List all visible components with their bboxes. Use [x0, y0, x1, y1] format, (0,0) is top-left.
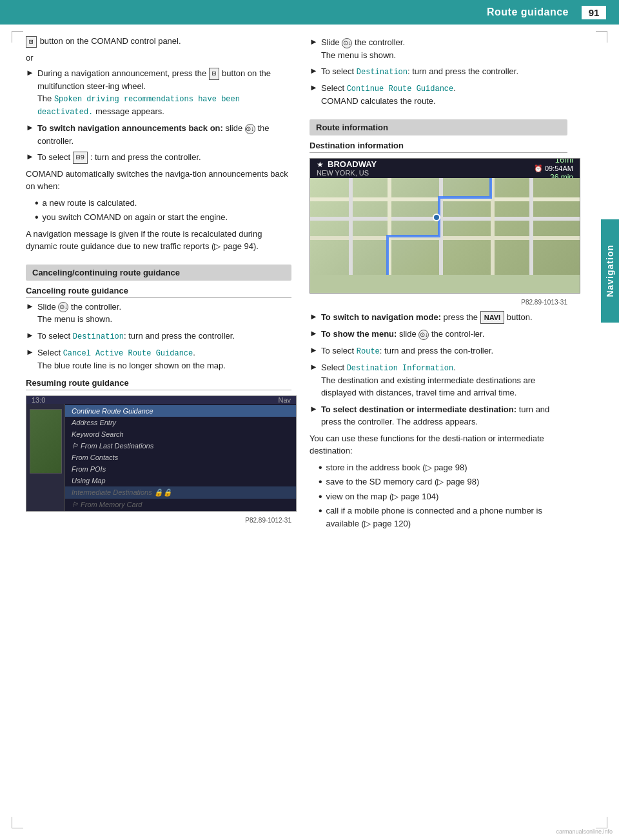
during-nav-text: During a navigation announcement, press …: [37, 67, 291, 118]
bullet-dot-1: •: [35, 197, 39, 209]
menu-item-continue: Continue Route Guidance: [65, 405, 296, 417]
nav-icon-small: ⊡9: [73, 152, 88, 163]
arrow-icon-1: ►: [26, 68, 34, 77]
right-dest-info-text: Select Destination Information. The dest…: [321, 361, 567, 399]
right-dest-text: To select Destination: turn and press th…: [321, 65, 567, 78]
right-show-menu: ► To show the menu: slide ⊙↓ the control…: [310, 328, 567, 341]
controller-icon-r2: ⊙↓: [418, 330, 429, 340]
cancel-arrow-1: ►: [26, 301, 34, 311]
comand-icon: ⊡: [26, 36, 37, 48]
bullet-dot-r3: •: [319, 490, 322, 503]
bullet-list-auto: • a new route is calculated. • you switc…: [35, 197, 291, 224]
left-col: ⊡ button on the COMAND control panel. or…: [0, 36, 303, 534]
right-select-dest-or-int: ► To select destination or intermediate …: [310, 403, 567, 428]
menu-screenshot-label: P82.89-1012-31: [26, 517, 291, 524]
right-mono-route: Route: [357, 347, 380, 356]
watermark: carmanualsonline.info: [556, 828, 613, 835]
navi-button: NAVI: [480, 311, 504, 325]
menu-right-list: Continue Route Guidance Address Entry Ke…: [65, 404, 296, 512]
right-mono-dest-info: Destination Information: [347, 364, 454, 373]
map-thumb: [30, 409, 62, 474]
or-text: or: [26, 52, 291, 65]
cancel-mono-cancel: Cancel Active Route Guidance: [63, 349, 193, 358]
content-wrapper: ⊡ button on the COMAND control panel. or…: [0, 25, 619, 534]
header-bar: Route guidance 91: [0, 0, 619, 25]
right-mono-dest: Destination: [357, 68, 408, 77]
bullet-item-1: • a new route is calculated.: [35, 197, 291, 210]
map-pin: [433, 214, 440, 221]
cancel-text-2: To select Destination: turn and press th…: [37, 330, 291, 343]
bullet-dot-r1: •: [319, 461, 322, 474]
map-star-icon: ★: [317, 160, 324, 169]
map-screenshot-label: P82.89-1013-31: [310, 299, 567, 306]
select-item: ► To select ⊡9 : turn and press the cont…: [26, 151, 291, 164]
switch-on-item: ► To switch navigation announcements bac…: [26, 122, 291, 147]
controller-scroll-icon: ⊙↓: [245, 124, 255, 134]
cancel-text-3: Select Cancel Active Route Guidance.The …: [37, 346, 291, 372]
right-menu-arrow: ►: [310, 328, 318, 338]
right-nav-mode-text: To switch to navigation mode: press the …: [321, 311, 567, 325]
intro-icon-line: ⊡ button on the COMAND control panel.: [26, 36, 291, 48]
right-arrow-1: ►: [310, 37, 318, 46]
map-time: ⏰ 09:54AM: [534, 165, 573, 173]
right-bullet-1: • store in the address book (▷ page 98): [319, 461, 567, 474]
right-bullet-3: • view on the map (▷ page 104): [319, 490, 567, 503]
cancel-section-header: Canceling/continuing route guidance: [26, 265, 291, 281]
map-area: [310, 178, 580, 275]
menu-top-nav: Nav: [278, 396, 291, 404]
cancel-mono-dest: Destination: [73, 332, 124, 341]
right-item-slide: ► Slide ⊙↓ the controller.The menu is sh…: [310, 36, 567, 61]
auto-switch-text: COMAND automatically switches the naviga…: [26, 168, 291, 193]
side-nav-label: Navigation: [605, 245, 615, 297]
multifunction-icon: ⊡: [209, 68, 220, 79]
right-mono-continue: Continue Route Guidance: [347, 85, 454, 94]
right-select-route: ► To select Route: turn and press the co…: [310, 345, 567, 357]
menu-screenshot-inner: 13:0 Nav Continue Route Guidance Address…: [26, 396, 296, 511]
right-dest-info-arrow: ►: [310, 362, 318, 372]
menu-item-contacts: From Contacts: [65, 452, 296, 463]
corner-mark-bl: [12, 817, 23, 828]
arrow-icon-2: ►: [26, 123, 34, 132]
menu-item-map: Using Map: [65, 475, 296, 486]
controller-icon-r1: ⊙↓: [342, 38, 352, 48]
map-dist: 16mi: [534, 158, 573, 165]
use-functions-text: You can use these functions for the dest…: [310, 432, 567, 457]
cancel-arrow-2: ►: [26, 330, 34, 340]
menu-item-intermediate: Intermediate Destinations 🔒🔒: [65, 486, 296, 499]
right-arrow-2: ►: [310, 66, 318, 75]
right-dest-int-text: To select destination or intermediate de…: [321, 403, 567, 428]
menu-top-left: 13:0: [32, 396, 45, 404]
menu-screenshot: 13:0 Nav Continue Route Guidance Address…: [26, 395, 297, 512]
bullet-item-2: • you switch COMAND on again or start th…: [35, 211, 291, 224]
menu-left-panel: [26, 404, 65, 512]
intro-text: button on the COMAND control panel.: [40, 36, 181, 46]
arrow-icon-3: ►: [26, 152, 34, 161]
right-col: ► Slide ⊙↓ the controller.The menu is sh…: [303, 36, 593, 534]
switch-on-label: To switch navigation announcements back …: [37, 123, 223, 133]
right-continue-text: Select Continue Route Guidance.COMAND ca…: [321, 82, 567, 108]
page-number: 91: [582, 6, 606, 19]
corner-mark-br: [596, 817, 607, 828]
dest-info-sub: Destination information: [310, 141, 567, 153]
during-nav-item: ► During a navigation announcement, pres…: [26, 67, 291, 118]
menu-item-address: Address Entry: [65, 417, 296, 428]
right-dest-int-arrow: ►: [310, 404, 318, 414]
right-select-route-text: To select Route: turn and press the con-…: [321, 345, 567, 357]
controller-icon-1: ⊙↓: [58, 302, 68, 312]
select-text: To select ⊡9 : turn and press the contro…: [37, 151, 291, 164]
route-info-header: Route information: [310, 119, 567, 135]
cancel-arrow-3: ►: [26, 347, 34, 357]
right-item-dest: ► To select Destination: turn and press …: [310, 65, 567, 78]
menu-item-last-dest: 🏳 From Last Destinations: [65, 440, 296, 452]
right-item-continue: ► Select Continue Route Guidance.COMAND …: [310, 82, 567, 108]
map-screenshot: ★ BROADWAY NEW YORK, US 16mi ⏰ 09:54AM 3…: [310, 158, 580, 294]
map-dest-1: BROADWAY: [328, 159, 377, 169]
right-bullet-list: • store in the address book (▷ page 98) …: [319, 461, 567, 530]
to-nav-mode-bold: To switch to navigation mode:: [321, 312, 441, 322]
menu-item-keyword: Keyword Search: [65, 428, 296, 440]
right-bullet-2: • save to the SD memory card (▷ page 98): [319, 475, 567, 488]
cancel-item-1: ► Slide ⊙↓ the controller.The menu is sh…: [26, 301, 291, 326]
corner-mark-tl: [12, 31, 23, 43]
cancel-item-3: ► Select Cancel Active Route Guidance.Th…: [26, 346, 291, 372]
show-menu-bold: To show the menu:: [321, 329, 397, 339]
